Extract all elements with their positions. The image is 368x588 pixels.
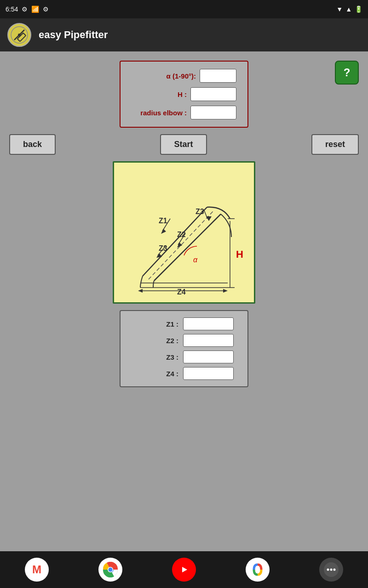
time-display: 6:54 xyxy=(6,6,18,13)
status-bar: 6:54 ⚙ 📶 ⚙ ▼ ▲ 🔋 xyxy=(0,0,368,18)
svg-point-40 xyxy=(330,569,333,571)
svg-text:Z1: Z1 xyxy=(159,217,167,225)
help-button[interactable]: ? xyxy=(335,61,359,85)
apps-icon[interactable] xyxy=(319,558,343,582)
svg-text:Z4: Z4 xyxy=(177,288,186,296)
alpha-row: α (1-90°): xyxy=(132,69,236,83)
photos-icon[interactable] xyxy=(246,558,270,582)
h-row: H : xyxy=(132,87,236,101)
alpha-input[interactable] xyxy=(200,69,236,83)
youtube-icon[interactable] xyxy=(172,558,196,582)
h-input[interactable] xyxy=(190,87,236,101)
results-panel: Z1 : Z2 : Z3 : Z4 : xyxy=(120,310,248,387)
svg-marker-29 xyxy=(206,216,212,221)
z1-label: Z1 : xyxy=(166,320,178,328)
z2-result xyxy=(183,334,234,347)
alpha-label: α (1-90°): xyxy=(167,72,196,80)
chrome-icon[interactable] xyxy=(98,558,122,582)
z4-row: Z4 : xyxy=(134,367,234,380)
svg-point-3 xyxy=(18,34,21,36)
app-icon xyxy=(7,23,31,47)
signal-icon: ▲ xyxy=(345,6,352,13)
svg-point-41 xyxy=(334,569,336,571)
start-button[interactable]: Start xyxy=(160,134,207,155)
z3-row: Z3 : xyxy=(134,351,234,363)
z2-label: Z2 : xyxy=(166,337,178,345)
svg-text:H: H xyxy=(236,249,243,260)
gmail-icon[interactable]: M xyxy=(25,558,49,582)
radius-input[interactable] xyxy=(190,106,236,119)
z3-label: Z3 : xyxy=(166,353,178,361)
z1-row: Z1 : xyxy=(134,317,234,330)
svg-line-11 xyxy=(143,207,207,276)
svg-text:α: α xyxy=(193,256,198,264)
back-button[interactable]: back xyxy=(9,134,56,155)
wifi-icon: ▼ xyxy=(336,6,343,13)
app-bar: easy Pipefitter xyxy=(0,18,368,51)
z4-result xyxy=(183,367,234,380)
radius-row: radius elbow : xyxy=(132,106,236,119)
pipe-diagram: H Z1 Z2 Z3 Z3 xyxy=(117,166,251,299)
sim-icon: 📶 xyxy=(31,6,39,13)
svg-point-39 xyxy=(327,569,329,571)
bottom-nav: M xyxy=(0,551,368,588)
z4-label: Z4 : xyxy=(166,370,178,378)
z3-result xyxy=(183,351,234,363)
z2-row: Z2 : xyxy=(134,334,234,347)
z1-result xyxy=(183,317,234,330)
battery-icon: 🔋 xyxy=(355,6,362,13)
svg-text:Z3: Z3 xyxy=(196,208,204,215)
reset-button[interactable]: reset xyxy=(311,134,359,155)
svg-marker-23 xyxy=(161,229,166,234)
h-label: H : xyxy=(178,90,187,98)
settings-icon: ⚙ xyxy=(22,6,28,13)
radius-label: radius elbow : xyxy=(140,109,187,117)
input-panel: α (1-90°): H : radius elbow : xyxy=(120,61,248,128)
svg-point-33 xyxy=(109,568,113,572)
buttons-row: back Start reset xyxy=(0,134,368,155)
svg-marker-21 xyxy=(223,289,228,293)
svg-marker-20 xyxy=(138,289,143,293)
settings2-icon: ⚙ xyxy=(43,6,49,13)
app-title: easy Pipefitter xyxy=(39,29,108,41)
svg-point-37 xyxy=(255,567,260,572)
diagram-container: H Z1 Z2 Z3 Z3 xyxy=(113,161,255,304)
